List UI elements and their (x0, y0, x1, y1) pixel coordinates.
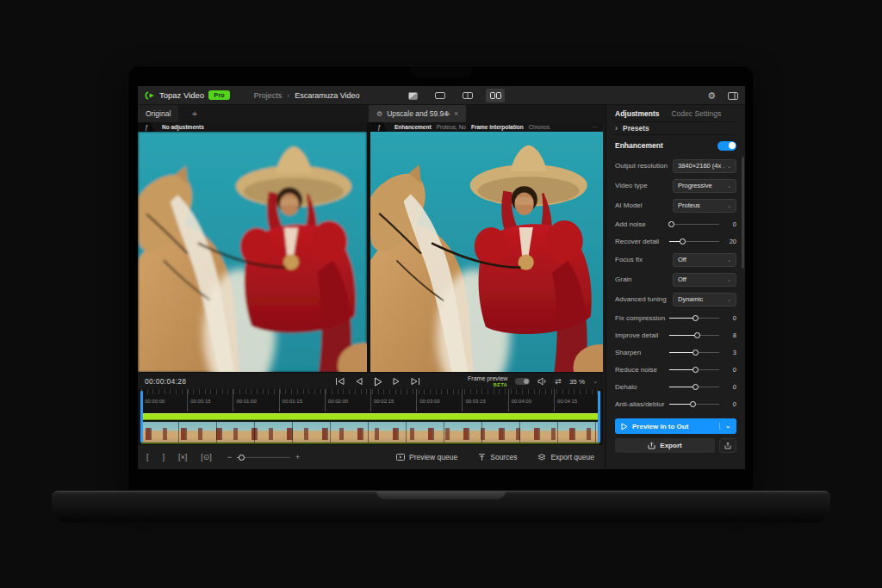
clear-in-out-button[interactable]: [×] (178, 453, 187, 461)
loop-icon[interactable]: ⇄ (555, 377, 562, 386)
sources-button[interactable]: Sources (478, 453, 517, 461)
export-icon (648, 442, 655, 449)
add-noise-slider[interactable] (669, 220, 719, 227)
setting-improve-detail: Improve detail 8 (615, 326, 736, 344)
setting-ai-model: AI Model Proteus ⌄ (615, 195, 736, 215)
ai-model-select[interactable]: Proteus ⌄ (673, 199, 736, 213)
setting-label: Output resolution (615, 162, 668, 170)
setting-sharpen: Sharpen 3 (615, 344, 736, 361)
view-single-icon[interactable] (431, 89, 450, 102)
setting-anti-alias-deblur: Anti-alias/deblur 0 (615, 395, 736, 412)
pro-badge: Pro (208, 90, 230, 100)
setting-label: AI Model (615, 201, 643, 209)
video-type-select[interactable]: Progressive ⌄ (673, 179, 736, 193)
setting-add-noise: Add noise 0 (615, 215, 736, 232)
out-point-marker[interactable] (598, 391, 600, 443)
frame-preview-toggle[interactable] (515, 378, 530, 385)
topaz-logo-icon (145, 91, 155, 100)
tab-adjustments[interactable]: Adjustments (615, 109, 659, 118)
advanced-tuning-select[interactable]: Dynamic ⌄ (673, 293, 736, 306)
timeline-filmstrip[interactable] (141, 422, 599, 443)
preview-queue-button[interactable]: Preview queue (396, 453, 457, 461)
zoom-in-icon[interactable]: + (295, 453, 300, 461)
tick-label: 00:01:00 (233, 389, 278, 412)
reduce-noise-slider[interactable] (669, 366, 719, 373)
add-tab-button[interactable]: + (188, 107, 202, 121)
slider-value: 0 (726, 400, 736, 408)
add-tab-button-center[interactable]: + (441, 107, 455, 121)
laptop-base (52, 491, 830, 523)
grain-select[interactable]: Off ⌄ (673, 273, 736, 287)
slider-value: 3 (726, 349, 736, 356)
laptop-foot (86, 521, 146, 526)
export-queue-icon (537, 454, 546, 461)
view-split-icon[interactable] (458, 89, 477, 102)
enhancement-toggle[interactable] (717, 141, 736, 151)
sidebar-tabs: Adjustments Codec Settings (615, 105, 736, 121)
overflow-menu-icon[interactable]: ⋯ (592, 124, 599, 131)
in-point-marker[interactable] (140, 391, 143, 443)
app-window: Topaz Video Pro Projects › Escaramuza Vi… (138, 86, 745, 469)
timeline-zoom-slider[interactable] (237, 454, 290, 461)
fx-icon: ƒ (370, 122, 388, 132)
skip-start-icon[interactable] (334, 376, 345, 387)
setting-label: Anti-alias/deblur (615, 400, 664, 408)
step-back-icon[interactable] (353, 376, 364, 387)
tab-gear-icon: ⚙ (376, 110, 382, 118)
timeline-ruler[interactable]: 00:00:00 00:00:15 00:01:00 00:01:15 00:0… (141, 389, 599, 412)
fx-icon: ƒ (138, 122, 155, 132)
share-icon (724, 442, 731, 449)
preview-in-to-out-button[interactable]: Preview In to Out ⌄ (615, 418, 736, 434)
presets-row[interactable]: › Presets (615, 121, 736, 135)
setting-label: Reduce noise (615, 366, 657, 374)
zoom-to-selection-button[interactable]: [⊙] (201, 453, 212, 461)
preview-options-chevron-icon[interactable]: ⌄ (719, 423, 730, 430)
setting-label: Recover detail (615, 238, 659, 245)
view-single-split-icon[interactable] (403, 89, 422, 102)
anti-alias-deblur-slider[interactable] (669, 400, 719, 407)
breadcrumb-projects[interactable]: Projects (254, 91, 283, 100)
focus-fix-select[interactable]: Off ⌄ (673, 253, 736, 267)
timeline[interactable]: 00:00:00 00:00:15 00:01:00 00:01:15 00:0… (138, 389, 603, 444)
zoom-chevron-icon[interactable]: ⌄ (593, 378, 598, 385)
toggle-panel-icon[interactable] (728, 92, 738, 100)
sharpen-slider[interactable] (669, 349, 719, 356)
video-frame-enhanced[interactable] (370, 132, 603, 372)
setting-grain: Grain Off ⌄ (615, 269, 736, 289)
export-queue-button[interactable]: Export queue (537, 453, 594, 461)
volume-icon[interactable] (537, 377, 547, 386)
output-resolution-select[interactable]: 3840×2160 (4x … ⌄ (673, 159, 736, 173)
video-frame-original[interactable] (138, 132, 367, 372)
view-side-by-side-icon[interactable] (486, 89, 505, 102)
frame-interp-value: Chronos (529, 124, 550, 130)
export-button[interactable]: Export (615, 438, 715, 453)
fix-compression-slider[interactable] (669, 314, 719, 321)
select-value: Off (678, 256, 724, 263)
step-forward-icon[interactable] (391, 376, 402, 387)
set-in-point-button[interactable]: [ (146, 453, 149, 461)
preview-zoom-level[interactable]: 35 % (569, 378, 585, 386)
improve-detail-slider[interactable] (669, 331, 719, 338)
export-queue-label: Export queue (550, 453, 594, 461)
set-out-point-button[interactable]: ] (163, 453, 165, 461)
chevron-down-icon: ⌄ (727, 276, 731, 282)
dehalo-slider[interactable] (669, 383, 719, 390)
enhancement-label: Enhancement (615, 141, 663, 150)
timeline-range-bar[interactable] (141, 413, 599, 420)
tick-label: 00:00:00 (141, 389, 187, 412)
share-button[interactable] (719, 438, 736, 453)
setting-fix-compression: Fix compression 0 (615, 309, 736, 326)
sidebar-scrollbar[interactable] (742, 157, 744, 269)
chevron-down-icon: ⌄ (727, 163, 731, 169)
tab-original[interactable]: Original (138, 105, 178, 122)
zoom-out-icon[interactable]: − (227, 453, 232, 461)
recover-detail-slider[interactable] (669, 238, 719, 244)
play-icon[interactable] (372, 376, 383, 387)
settings-gear-icon[interactable]: ⚙ (707, 91, 716, 101)
setting-reduce-noise: Reduce noise 0 (615, 361, 736, 378)
no-adjustments-label: No adjustments (162, 124, 204, 130)
setting-focus-fix: Focus fix Off ⌄ (615, 250, 736, 269)
filmstrip-frame-lines (141, 422, 599, 443)
skip-end-icon[interactable] (410, 376, 421, 387)
tab-codec-settings[interactable]: Codec Settings (671, 109, 721, 118)
